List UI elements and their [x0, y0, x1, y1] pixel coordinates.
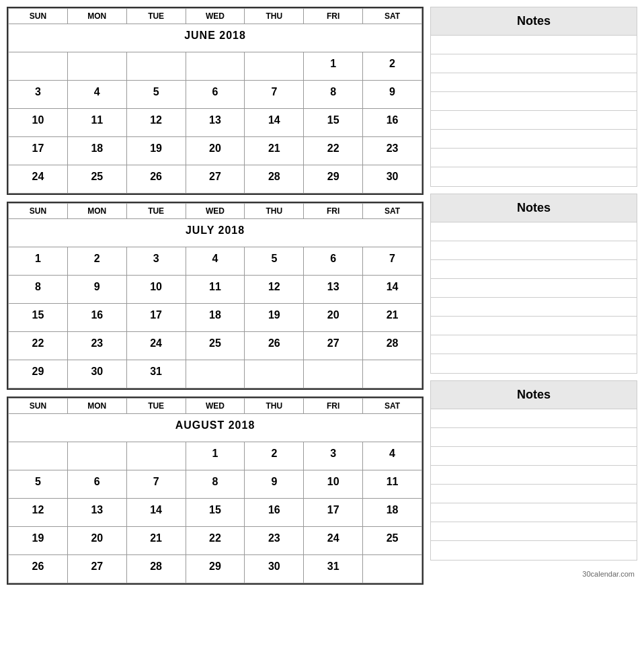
notes-line	[431, 409, 637, 428]
calendar-day-cell: 8	[186, 470, 245, 499]
calendar-day-cell: 14	[126, 499, 186, 527]
calendar-day-cell: 2	[67, 247, 126, 276]
calendar-day-cell: 10	[304, 470, 363, 499]
notes-column: NotesNotesNotes30calendar.com	[430, 7, 637, 585]
calendar-day-cell	[363, 360, 422, 388]
calendar-day-cell: 4	[186, 247, 245, 276]
notes-line	[431, 354, 637, 373]
calendar-day-cell: 24	[9, 165, 68, 194]
calendar-day-cell: 2	[363, 52, 422, 81]
calendar-day-cell: 6	[304, 247, 363, 276]
notes-line	[431, 541, 637, 560]
calendar-day-cell	[245, 360, 304, 388]
calendar-day-cell: 21	[126, 527, 186, 555]
day-header-wed: WED	[186, 204, 245, 219]
calendar-day-cell: 7	[245, 81, 304, 109]
calendar-day-cell	[9, 442, 68, 470]
table-row: 12	[9, 52, 422, 81]
calendar-day-cell: 13	[186, 109, 245, 137]
calendar-day-cell: 26	[245, 332, 304, 360]
month-title-august-2018: AUGUST 2018	[9, 414, 422, 442]
calendar-day-cell: 3	[126, 247, 186, 276]
calendar-day-cell: 19	[126, 137, 186, 165]
notes-line	[431, 279, 637, 298]
calendar-day-cell: 27	[67, 555, 126, 583]
calendar-day-cell: 12	[126, 109, 186, 137]
table-row: 293031	[9, 360, 422, 388]
calendar-day-cell: 31	[304, 555, 363, 583]
calendar-day-cell: 15	[9, 304, 68, 332]
calendar-day-cell: 19	[245, 304, 304, 332]
table-row: 22232425262728	[9, 332, 422, 360]
notes-section-notes-june: Notes	[430, 7, 637, 187]
calendar-day-cell: 24	[304, 527, 363, 555]
notes-line	[431, 92, 637, 111]
calendar-day-cell: 17	[304, 499, 363, 527]
calendar-day-cell: 22	[304, 137, 363, 165]
notes-line	[431, 466, 637, 485]
day-header-sat: SAT	[363, 204, 422, 219]
day-header-tue: TUE	[126, 204, 186, 219]
notes-line	[431, 241, 637, 260]
calendar-day-cell: 30	[245, 555, 304, 583]
calendar-day-cell: 14	[245, 109, 304, 137]
calendar-day-cell: 23	[363, 137, 422, 165]
calendar-day-cell	[186, 360, 245, 388]
calendar-day-cell: 25	[186, 332, 245, 360]
calendar-day-cell: 3	[9, 81, 68, 109]
calendar-day-cell: 26	[126, 165, 186, 194]
notes-lines[interactable]	[430, 36, 637, 187]
calendar-day-cell: 5	[245, 247, 304, 276]
notes-line	[431, 260, 637, 279]
calendar-day-cell: 16	[245, 499, 304, 527]
calendar-day-cell: 9	[245, 470, 304, 499]
notes-header: Notes	[430, 7, 637, 36]
day-header-fri: FRI	[304, 399, 363, 414]
calendar-day-cell: 1	[304, 52, 363, 81]
calendar-day-cell: 15	[186, 499, 245, 527]
day-header-mon: MON	[67, 204, 126, 219]
calendar-day-cell: 23	[67, 332, 126, 360]
calendar-day-cell: 11	[186, 276, 245, 304]
table-row: 17181920212223	[9, 137, 422, 165]
calendar-day-cell: 16	[363, 109, 422, 137]
day-header-wed: WED	[186, 399, 245, 414]
calendar-day-cell: 27	[304, 332, 363, 360]
calendar-day-cell: 13	[304, 276, 363, 304]
table-row: 891011121314	[9, 276, 422, 304]
notes-line	[431, 428, 637, 447]
calendar-day-cell: 10	[9, 109, 68, 137]
calendar-day-cell: 30	[363, 165, 422, 194]
calendar-august-2018: AUGUST 2018SUNMONTUEWEDTHUFRISAT12345678…	[7, 397, 424, 585]
calendar-day-cell: 1	[186, 442, 245, 470]
notes-line	[431, 111, 637, 130]
calendar-day-cell: 4	[67, 81, 126, 109]
day-header-thu: THU	[245, 9, 304, 24]
calendar-day-cell: 28	[363, 332, 422, 360]
calendar-day-cell: 2	[245, 442, 304, 470]
day-header-tue: TUE	[126, 9, 186, 24]
calendar-day-cell: 25	[67, 165, 126, 194]
calendar-day-cell	[245, 52, 304, 81]
notes-lines[interactable]	[430, 222, 637, 374]
notes-line	[431, 149, 637, 167]
calendar-day-cell	[126, 442, 186, 470]
month-title-july-2018: JULY 2018	[9, 219, 422, 247]
notes-line	[431, 317, 637, 335]
calendar-day-cell	[9, 52, 68, 81]
notes-header: Notes	[430, 380, 637, 409]
table-row: 19202122232425	[9, 527, 422, 555]
calendar-day-cell: 21	[363, 304, 422, 332]
notes-lines[interactable]	[430, 409, 637, 561]
calendar-day-cell: 16	[67, 304, 126, 332]
calendar-day-cell: 29	[9, 360, 68, 388]
calendar-day-cell	[304, 360, 363, 388]
calendar-day-cell	[67, 52, 126, 81]
calendar-day-cell: 29	[186, 555, 245, 583]
table-row: 24252627282930	[9, 165, 422, 194]
table-row: 15161718192021	[9, 304, 422, 332]
calendar-day-cell: 22	[9, 332, 68, 360]
day-header-mon: MON	[67, 399, 126, 414]
calendar-day-cell	[186, 52, 245, 81]
calendar-day-cell: 18	[186, 304, 245, 332]
